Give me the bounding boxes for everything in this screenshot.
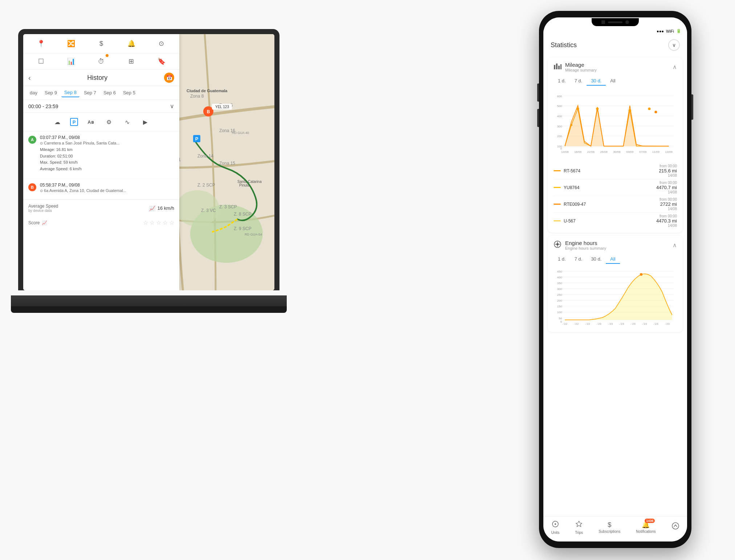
date-tab-sep9[interactable]: Sep 9 [42,89,60,97]
phone-notch [592,18,639,26]
star-4[interactable]: ☆ [163,219,168,226]
star-5[interactable]: ☆ [169,219,174,226]
wave-icon[interactable]: ∿ [122,117,132,127]
trip-location-a: ⊙ Carretera a San José Pinula, Santa Cat… [40,141,174,145]
svg-text:18/08: 18/08 [574,150,582,154]
star-2[interactable]: ☆ [150,219,155,226]
trip-item-a: A 03:07:37 P.M., 09/08 ⊙ Carretera a San… [23,131,179,179]
engine-chart-svg: 450 400 350 300 250 200 150 100 50 0 [554,267,677,329]
date-tab-sep6[interactable]: Sep 6 [101,89,119,97]
legend-left-rt5674: RT-5674 [554,168,580,173]
more-icon [671,522,679,532]
engine-hours-section-header: Engine hours Engine hours summary ∧ [548,236,683,253]
back-button[interactable]: ‹ [28,74,31,82]
play-icon[interactable]: ▶ [140,117,151,127]
svg-text:350: 350 [557,282,562,285]
nav-item-more[interactable] [671,522,679,532]
engine-hours-section-left: Engine hours Engine hours summary [554,240,606,250]
location-icon[interactable]: 📍 [35,38,47,49]
timer-icon[interactable]: ⏱ [95,56,107,67]
svg-text:Z. 2 SCP: Z. 2 SCP [197,183,215,188]
trip-item-b: B 05:58:37 P.M., 09/08 ⊙ 6a Avenida A, Z… [23,179,179,200]
mileage-chart-svg: 600 500 400 300 200 100 0 [554,89,677,158]
point-badge-a: A [28,136,36,144]
nav-item-subscriptions[interactable]: $ Subscriptions [599,521,620,534]
svg-text:YEL 123: YEL 123 [215,105,229,109]
cloud-icon[interactable]: ☁ [52,117,63,127]
svg-point-61 [629,109,631,112]
svg-rect-44 [558,66,560,69]
phone-chevron-button[interactable]: ∨ [668,39,680,51]
legend-item-yu8764: YU8764 from 00:00 4470.7 mi 14/08 [554,179,677,196]
nav-item-units[interactable]: Units [551,520,559,535]
svg-text:-'23: -'23 [608,322,613,326]
laptop-screen: Zona 7 Zona 8 Zona 5 Zona 9 Zona 16 Zona… [23,34,274,290]
calendar-icon[interactable]: 📅 [164,73,174,83]
legend-date-rte009: 14/08 [660,207,677,211]
trips-icon [575,520,583,530]
star-1[interactable]: ☆ [143,219,148,226]
trips-nav-svg [575,520,583,528]
date-tab-today[interactable]: day [27,89,40,97]
engine-tab-all[interactable]: All [606,255,620,264]
sidebar-top-icons: 📍 🔀 $ 🔔 ⊙ [23,34,179,53]
date-tab-sep7[interactable]: Sep 7 [81,89,99,97]
svg-rect-45 [560,64,562,69]
parking-icon[interactable]: P [70,118,78,126]
chart-icon[interactable]: 📊 [65,56,77,67]
score-row: Score 📈 ☆ ☆ ☆ ☆ ☆ [23,216,179,229]
chevron-down-icon[interactable]: ∨ [170,103,174,110]
svg-text:-'22: -'22 [585,322,590,326]
svg-point-59 [577,107,579,110]
ab-icon[interactable]: Aʙ [85,117,96,127]
legend-right-rte009: from 00:00 2722 mi 14/08 [660,197,677,211]
svg-rect-43 [556,64,558,69]
subscriptions-label: Subscriptions [599,530,620,534]
svg-text:-'23: -'23 [631,322,636,326]
legend-right-rt5674: from 00:00 215.6 mi 14/08 [659,164,677,177]
notifications-label: Notifications [636,530,656,534]
point-badge-b: B [28,183,36,191]
square-icon[interactable]: ☐ [35,56,47,67]
star-3[interactable]: ☆ [156,219,161,226]
nav-item-trips[interactable]: Trips [575,520,583,535]
history-title: History [87,74,107,82]
mileage-tab-7d[interactable]: 7 d. [570,77,587,86]
circle-icon[interactable]: ⊙ [156,38,167,49]
engine-tab-1d[interactable]: 1 d. [554,255,570,264]
settings-icon[interactable]: ⚙ [103,117,114,127]
up-arrow-nav-svg [671,522,679,530]
engine-tab-7d[interactable]: 7 d. [570,255,587,264]
date-tab-sep5[interactable]: Sep 5 [120,89,138,97]
dollar-icon[interactable]: $ [95,38,107,49]
engine-hours-collapse-button[interactable]: ∧ [673,242,677,249]
laptop-sidebar: 📍 🔀 $ 🔔 ⊙ ☐ 📊 ⏱ ⊞ [23,34,179,290]
svg-text:03/09: 03/09 [626,150,634,154]
phone: ●●● WiFi 🔋 Statistics ∨ [539,11,691,548]
svg-text:0: 0 [560,147,562,150]
bookmark-icon[interactable]: 🔖 [156,56,167,67]
bell-icon[interactable]: 🔔 [126,38,137,49]
mileage-tab-30d[interactable]: 30 d. [587,77,606,86]
mileage-tab-all[interactable]: All [606,77,620,86]
routes-icon[interactable]: 🔀 [65,38,77,49]
volume-up-button[interactable] [537,83,539,102]
phone-title: Statistics [551,41,577,49]
legend-value-rte009: 2722 mi [660,201,677,207]
date-tab-sep8[interactable]: Sep 8 [61,88,79,97]
average-speed-label: Average Speed by device data [28,204,58,213]
svg-text:Z. 9 SCP: Z. 9 SCP [234,226,252,231]
engine-tab-30d[interactable]: 30 d. [587,255,606,264]
nav-item-notifications[interactable]: 🔔 1436 Notifications [636,521,656,534]
svg-text:200: 200 [557,299,562,302]
grid-icon[interactable]: ⊞ [126,56,137,67]
volume-down-button[interactable] [537,109,539,127]
power-button[interactable] [691,94,693,120]
svg-text:Z. 8 SCP: Z. 8 SCP [234,212,252,217]
mileage-collapse-button[interactable]: ∧ [673,64,677,70]
trip-stats-a: Mileage: 16.81 km Duration: 02:51:00 Max… [40,147,174,172]
status-icons: ●●● WiFi 🔋 [657,29,681,33]
mileage-tab-1d[interactable]: 1 d. [554,77,570,86]
laptop: Zona 7 Zona 8 Zona 5 Zona 9 Zona 16 Zona… [11,29,287,465]
camera-dot [601,20,605,24]
